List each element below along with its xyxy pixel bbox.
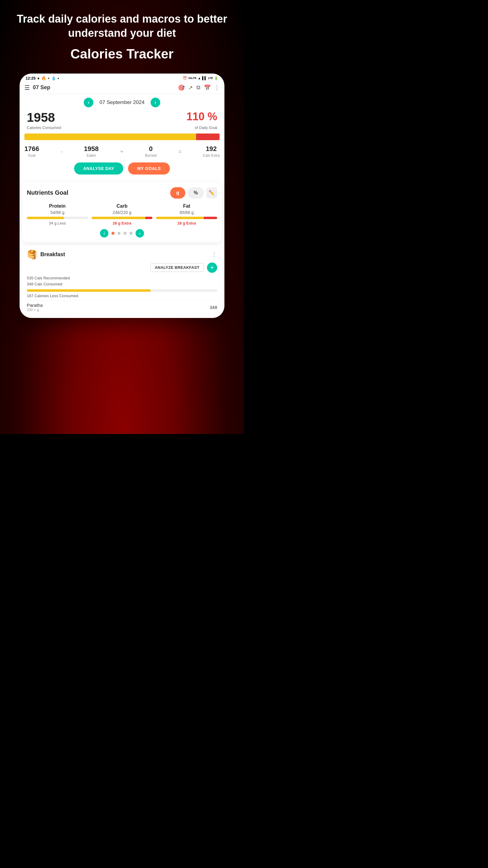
protein-label: Protein <box>27 204 88 209</box>
breakfast-card: 🥞 Breakfast ⋮ ANALYZE BREAKFAST + 535 Ca… <box>22 245 222 318</box>
my-goals-button[interactable]: MY GOALS <box>128 162 170 175</box>
target-icon[interactable]: 🎯 <box>178 84 185 91</box>
hamburger-icon[interactable]: ☰ <box>24 84 30 91</box>
status-bar: 12:25 ♦ 🔥 ▪ 💧 • ⏰ VoLTE ▲ ▌▌ LTE 🔋 <box>20 73 224 82</box>
prev-date-button[interactable]: ‹ <box>84 98 93 107</box>
drop-icon: 💧 <box>51 76 56 81</box>
signal-bars-icon: ▌▌ <box>202 76 207 80</box>
app-title: Calories Tracker <box>70 46 173 61</box>
macros-row: 1766 Goal - 1958 Eaten + 0 Burned = 192 … <box>20 144 224 161</box>
food-serving: 100 × g <box>27 308 43 312</box>
carb-amount: 246/220 g <box>92 210 153 215</box>
calories-consumed-value: 1958 <box>27 110 55 125</box>
daily-goal-pct: 110 % <box>187 110 217 123</box>
hero-subtitle: Track daily calories and macros to bette… <box>17 12 227 40</box>
status-time: 12:25 <box>26 76 36 81</box>
breakfast-icon: 🥞 <box>27 250 37 259</box>
equals-op: = <box>178 148 182 158</box>
minus-op: - <box>61 148 63 158</box>
fat-status: 19 g Extra <box>156 221 217 225</box>
calories-section: 1958 110 % <box>20 109 224 125</box>
unit-toggle: g % ✏️ <box>170 187 217 198</box>
copy-icon[interactable]: ⧉ <box>196 84 200 91</box>
breakfast-cals-consumed: 348 Cals Consumed <box>27 281 217 287</box>
date-navigation: ‹ 07 September 2024 › <box>20 94 224 109</box>
pagination-dot-1 <box>111 232 115 235</box>
unit-g-button[interactable]: g <box>170 187 185 198</box>
protein-amount: 54/88 g <box>27 210 88 215</box>
fat-amount: 85/66 g <box>156 210 217 215</box>
extra-value: 192 <box>203 145 220 153</box>
burned-value: 0 <box>145 145 157 153</box>
protein-col: Protein 54/88 g 34 g Less <box>27 204 88 225</box>
calendar-icon[interactable]: 📅 <box>204 84 210 91</box>
analyze-breakfast-button[interactable]: ANALYZE BREAKFAST <box>150 263 204 272</box>
burned-label: Burned <box>145 153 157 158</box>
pagination-dot-3 <box>124 232 127 235</box>
nutrients-card: Nutrients Goal g % ✏️ Protein 54/88 g 34… <box>22 182 222 242</box>
plus-op: + <box>120 148 124 158</box>
signal-icon: ♦ <box>37 76 39 81</box>
protein-status: 34 g Less <box>27 221 88 225</box>
carb-status: 26 g Extra <box>92 221 153 225</box>
dot-icon: • <box>58 76 59 81</box>
eaten-value: 1958 <box>84 145 99 153</box>
fat-col: Fat 85/66 g 19 g Extra <box>156 204 217 225</box>
food-item-paratha: Paratha 100 × g 348 <box>27 301 217 314</box>
breakfast-cals-info: 535 Cals Recommended 348 Cals Consumed <box>27 275 217 288</box>
add-breakfast-button[interactable]: + <box>207 262 217 273</box>
lte-icon: VoLTE <box>188 76 196 80</box>
breakfast-name: Breakfast <box>40 251 65 258</box>
battery-icon: 🔋 <box>214 76 218 80</box>
breakfast-cals-status: 187 Calories Less Consumed <box>27 293 217 298</box>
square-icon: ▪ <box>48 76 50 81</box>
more-icon[interactable]: ⋮ <box>214 84 220 91</box>
nutrients-prev-button[interactable]: ‹ <box>100 229 108 238</box>
food-cals: 348 <box>210 305 217 310</box>
nutrients-grid: Protein 54/88 g 34 g Less Carb 246/220 g <box>27 204 217 225</box>
header-date: 07 Sep <box>33 84 50 91</box>
extra-label: Cals Extra <box>203 153 220 158</box>
edit-icon[interactable]: ✏️ <box>206 187 217 198</box>
nutrients-title: Nutrients Goal <box>27 189 68 196</box>
wifi-icon: ▲ <box>198 76 201 80</box>
carb-label: Carb <box>92 204 153 209</box>
fire-icon: 🔥 <box>41 76 46 81</box>
phone-frame: 12:25 ♦ 🔥 ▪ 💧 • ⏰ VoLTE ▲ ▌▌ LTE 🔋 ☰ 07 … <box>20 73 224 318</box>
carb-col: Carb 246/220 g 26 g Extra <box>92 204 153 225</box>
nutrients-pagination: ‹ › <box>27 225 217 238</box>
lte2-icon: LTE <box>208 76 213 80</box>
goal-label: Goal <box>24 153 39 158</box>
share-icon[interactable]: ↗ <box>188 84 193 91</box>
app-header: ☰ 07 Sep 🎯 ↗ ⧉ 📅 ⋮ <box>20 82 224 94</box>
fat-label: Fat <box>156 204 217 209</box>
breakfast-progress-bar <box>27 289 217 292</box>
daily-goal-label: of Daily Goal <box>195 125 217 130</box>
next-date-button[interactable]: › <box>151 98 160 107</box>
pagination-dot-4 <box>130 232 133 235</box>
analyse-day-button[interactable]: ANALYSE DAY <box>74 162 123 175</box>
eaten-label: Eaten <box>84 153 99 158</box>
calories-consumed-label: Calories Consumed <box>27 125 61 130</box>
breakfast-more-icon[interactable]: ⋮ <box>211 251 217 258</box>
pagination-dot-2 <box>118 232 121 235</box>
goal-value: 1766 <box>24 145 39 153</box>
nutrients-next-button[interactable]: › <box>135 229 144 238</box>
calories-labels: Calories Consumed of Daily Goal <box>20 125 224 132</box>
current-date: 07 September 2024 <box>99 99 144 105</box>
calories-progress-bar <box>24 133 220 140</box>
action-buttons: ANALYSE DAY MY GOALS <box>20 161 224 179</box>
alarm-icon: ⏰ <box>183 76 187 80</box>
food-name: Paratha <box>27 303 43 308</box>
unit-pct-button[interactable]: % <box>188 187 204 198</box>
breakfast-cals-recommended: 535 Cals Recommended <box>27 275 217 281</box>
